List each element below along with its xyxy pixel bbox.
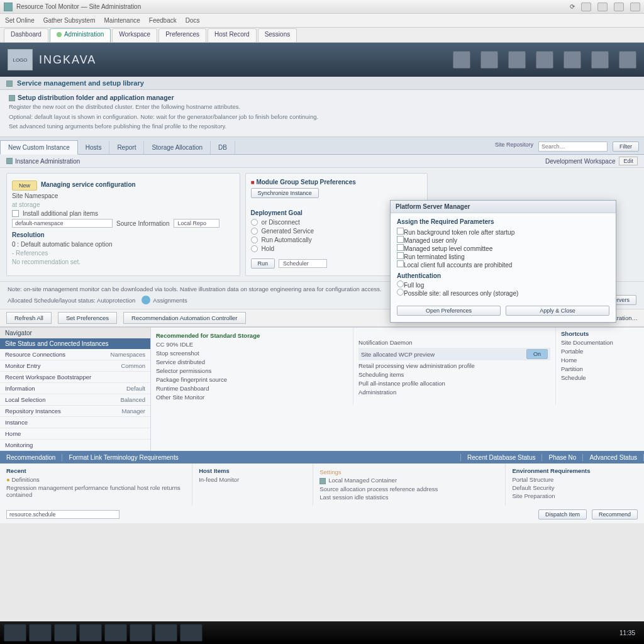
bl3-item[interactable]: Local Managed Container [319, 477, 499, 484]
taskbar-app[interactable] [79, 624, 102, 641]
bb-3[interactable]: Recent Database Status [461, 454, 542, 461]
taskbar-start[interactable] [4, 624, 26, 641]
left-chk1[interactable] [12, 210, 19, 217]
tab-filter-button[interactable]: Filter [613, 142, 639, 152]
mcol2-line[interactable]: Retail processing view administration pr… [358, 362, 550, 369]
mid-run-button[interactable]: Run [251, 258, 275, 269]
hdr-icon-6[interactable] [591, 51, 609, 69]
mid-rad-disc[interactable] [251, 219, 258, 226]
tb-refresh[interactable]: Refresh All [6, 312, 52, 324]
lr-item[interactable]: Home [561, 357, 639, 364]
lr-item[interactable]: Schedule [561, 374, 639, 381]
mcol1-line[interactable]: Service distributed [156, 358, 348, 365]
bl1-item[interactable]: ● Definitions [6, 476, 186, 483]
bl2-item[interactable]: In-feed Monitor [199, 476, 306, 483]
bl4-item[interactable]: Default Security [512, 484, 638, 491]
taskbar-app[interactable] [155, 624, 177, 641]
sync-icon[interactable]: ⟳ [570, 3, 575, 10]
tab-search-input[interactable] [538, 142, 608, 152]
mcol2-on-chip[interactable]: On [526, 349, 548, 359]
side-row[interactable]: Monitoring [0, 440, 150, 451]
dlg-chk1[interactable] [397, 228, 404, 235]
bb-2[interactable]: Format Link Terminology Requirements [62, 454, 461, 461]
side-row[interactable]: Repository InstancesManager [0, 406, 150, 417]
main-tab-new-instance[interactable]: New Custom Instance [0, 140, 78, 155]
hdr-icon-5[interactable] [564, 51, 581, 69]
hdr-user-icon[interactable] [619, 51, 636, 69]
taskbar-app[interactable] [180, 624, 203, 641]
lr-item[interactable]: Site Documentation [561, 339, 639, 346]
intro-panel: Setup distribution folder and applicatio… [0, 90, 644, 137]
dlg-rad1[interactable] [397, 280, 404, 287]
side-row[interactable]: InformationDefault [0, 383, 150, 394]
bb-5[interactable]: Advanced Status [583, 454, 644, 461]
mcol1-line[interactable]: Stop screenshot [156, 350, 348, 357]
side-row[interactable]: Instance [0, 417, 150, 428]
mid-rad-gen[interactable] [251, 228, 258, 235]
bb-4[interactable]: Phase No [542, 454, 583, 461]
main-tab-storage[interactable]: Storage Allocation [144, 141, 211, 154]
bl4-item[interactable]: Portal Structure [512, 476, 638, 483]
tab-workspace[interactable]: Workspace [112, 28, 157, 42]
bb-1[interactable]: Recommendation [0, 454, 62, 461]
mcol2-line[interactable]: Pull all-instance profile allocation [358, 380, 550, 387]
taskbar-app[interactable] [104, 624, 127, 641]
mcol2-line[interactable]: Administration [358, 389, 550, 396]
dlg-chk2[interactable] [397, 236, 404, 243]
menu-feedback[interactable]: Feedback [149, 17, 177, 24]
tb-set-prefs[interactable]: Set Preferences [58, 312, 117, 324]
side-row[interactable]: Local SelectionBalanced [0, 394, 150, 406]
side-row[interactable]: Recent Workspace Bootstrapper [0, 372, 150, 383]
main-tab-report[interactable]: Report [109, 141, 144, 154]
mid-rad-hold[interactable] [251, 245, 258, 252]
bl3-item[interactable]: Settings [319, 469, 499, 475]
menu-gather[interactable]: Gather Subsystem [43, 17, 96, 24]
mcol2-line[interactable]: Scheduling items [358, 371, 550, 378]
mcol1-line[interactable]: Other Site Monitor [156, 394, 348, 401]
dispatch-button[interactable]: Dispatch Item [538, 509, 587, 519]
taskbar-app[interactable] [29, 624, 52, 641]
mcol2-highlight[interactable]: Site allocated WCP preview On [358, 348, 550, 360]
tab-host-record[interactable]: Host Record [208, 28, 257, 42]
side-row[interactable]: Resource ConnectionsNamespaces [0, 349, 150, 360]
side-row[interactable]: Monitor EntryCommon [0, 360, 150, 372]
dlg-chk4[interactable] [397, 252, 404, 259]
taskbar-app[interactable] [54, 624, 77, 641]
dlg-chk3[interactable] [397, 244, 404, 251]
lr-item[interactable]: Portable [561, 348, 639, 355]
tab-administration[interactable]: Administration [50, 28, 111, 42]
menu-set-online[interactable]: Set Online [5, 17, 35, 24]
dlg-chk5[interactable] [397, 260, 404, 267]
mcol1-line[interactable]: Package fingerprint source [156, 376, 348, 383]
menu-docs[interactable]: Docs [186, 17, 200, 24]
dlg-apply-button[interactable]: Apply & Close [506, 306, 609, 316]
hdr-icon-4[interactable] [536, 51, 553, 69]
taskbar-app[interactable] [130, 624, 152, 641]
tab-sessions[interactable]: Sessions [258, 28, 297, 42]
mcol1-line[interactable]: Runtime Dashboard [156, 385, 348, 392]
left-input[interactable] [12, 219, 113, 228]
hdr-icon-2[interactable] [480, 51, 498, 69]
mid-dropdown[interactable]: Scheduler [279, 259, 327, 268]
dlg-open-prefs-button[interactable]: Open Preferences [397, 306, 501, 316]
lr-item[interactable]: Partition [561, 365, 639, 372]
tab-preferences[interactable]: Preferences [158, 28, 206, 42]
hdr-icon-3[interactable] [508, 51, 526, 69]
mcol1-line[interactable]: Selector permissions [156, 367, 348, 374]
mcol2-line[interactable]: Notification Daemon [358, 339, 550, 346]
left-select[interactable]: Local Repo [174, 219, 220, 228]
bottom-input[interactable] [6, 510, 119, 519]
main-tab-hosts[interactable]: Hosts [78, 141, 110, 154]
subbar-edit-button[interactable]: Edit [619, 157, 638, 165]
mid-rad-run[interactable] [251, 236, 258, 243]
tb-recommendation[interactable]: Recommendation Automation Controller [123, 312, 245, 324]
mid-sync-button[interactable]: Synchronize Instance [251, 188, 319, 198]
tab-dashboard[interactable]: Dashboard [4, 28, 48, 42]
dlg-rad2[interactable] [397, 289, 404, 296]
recommend-button[interactable]: Recommend [592, 509, 638, 519]
hdr-icon-1[interactable] [453, 51, 470, 69]
bl4-item[interactable]: Site Preparation [512, 492, 638, 499]
side-row[interactable]: Home [0, 428, 150, 440]
main-tab-db[interactable]: DB [211, 141, 235, 154]
menu-maintenance[interactable]: Maintenance [104, 17, 140, 24]
